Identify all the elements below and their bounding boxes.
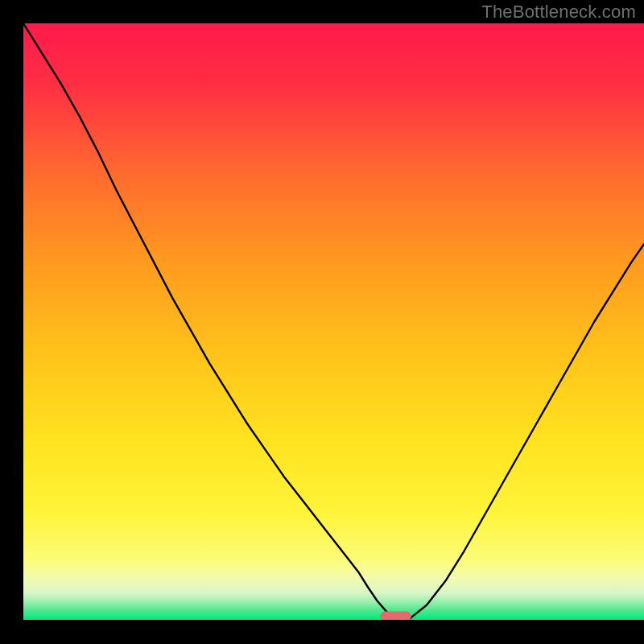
- svg-rect-0: [23, 23, 644, 620]
- gradient-background: [23, 23, 644, 620]
- watermark-text: TheBottleneck.com: [481, 2, 636, 23]
- chart-plot-area: [23, 23, 644, 620]
- optimal-marker: [380, 612, 411, 620]
- chart-frame: TheBottleneck.com: [0, 0, 644, 644]
